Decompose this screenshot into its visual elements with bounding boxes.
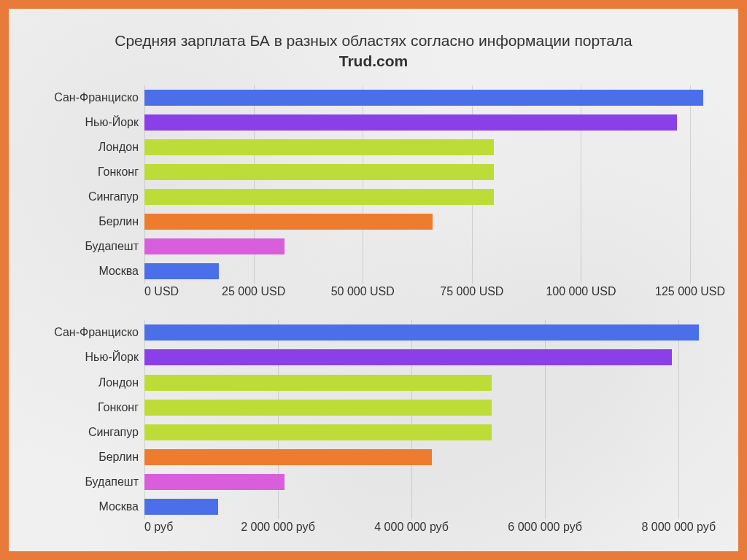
category-label: Лондон (35, 376, 144, 389)
bar (144, 214, 433, 230)
bar (144, 90, 703, 106)
bar (144, 164, 494, 180)
category-label: Гонконг (35, 166, 144, 179)
bar (144, 114, 677, 131)
bar-row: Лондон (144, 139, 712, 155)
bar (144, 449, 432, 465)
bar-chart-usd: Сан-ФранцискоНью-ЙоркЛондонГонконгСингап… (35, 85, 712, 302)
bar-row: Сан-Франциско (144, 324, 712, 341)
x-axis: 0 руб2 000 000 руб4 000 000 руб6 000 000… (144, 519, 712, 537)
category-label: Нью-Йорк (35, 116, 144, 129)
bar-row: Москва (144, 263, 712, 279)
x-axis: 0 USD25 000 USD50 000 USD75 000 USD100 0… (144, 284, 712, 301)
bar (144, 263, 219, 279)
bar-rows: Сан-ФранцискоНью-ЙоркЛондонГонконгСингап… (144, 320, 712, 519)
title-line-2: Trud.com (339, 52, 409, 69)
bar (144, 499, 218, 515)
bar-row: Нью-Йорк (144, 114, 712, 131)
category-label: Сан-Франциско (35, 91, 144, 104)
category-label: Москва (35, 265, 144, 278)
bar (144, 474, 285, 490)
title-line-1: Средняя зарплата БА в разных областях со… (115, 32, 632, 49)
bar-row: Сан-Франциско (144, 90, 712, 106)
bar-chart-руб: Сан-ФранцискоНью-ЙоркЛондонГонконгСингап… (35, 320, 712, 537)
axis-tick-label: 50 000 USD (331, 285, 395, 298)
bar-row: Москва (144, 499, 712, 515)
category-label: Сингапур (35, 190, 144, 203)
category-label: Сингапур (35, 426, 144, 439)
bar-row: Гонконг (144, 400, 712, 416)
plot-area: Сан-ФранцискоНью-ЙоркЛондонГонконгСингап… (144, 320, 712, 519)
bar (144, 139, 494, 155)
bar-rows: Сан-ФранцискоНью-ЙоркЛондонГонконгСингап… (144, 85, 712, 284)
bar (144, 189, 494, 205)
bar (144, 400, 492, 416)
axis-tick-label: 6 000 000 руб (508, 521, 582, 534)
bar-row: Будапешт (144, 238, 712, 254)
bar-row: Берлин (144, 449, 712, 465)
bar (144, 349, 672, 365)
category-label: Берлин (35, 451, 144, 464)
axis-tick-label: 25 000 USD (222, 285, 285, 298)
bar-row: Гонконг (144, 164, 712, 180)
axis-tick-label: 4 000 000 руб (374, 521, 449, 534)
bar-row: Сингапур (144, 189, 712, 205)
bar (144, 375, 492, 391)
category-label: Гонконг (35, 401, 144, 414)
category-label: Будапешт (35, 475, 144, 489)
axis-tick-label: 125 000 USD (655, 285, 725, 298)
bar (144, 238, 285, 254)
category-label: Нью-Йорк (35, 351, 144, 364)
plot-area: Сан-ФранцискоНью-ЙоркЛондонГонконгСингап… (144, 85, 712, 284)
bar-row: Лондон (144, 375, 712, 391)
category-label: Москва (35, 500, 144, 513)
charts-container: Сан-ФранцискоНью-ЙоркЛондонГонконгСингап… (35, 85, 712, 537)
chart-frame: Средняя зарплата БА в разных областях со… (9, 9, 738, 551)
bar-row: Будапешт (144, 474, 712, 490)
axis-tick-label: 100 000 USD (546, 285, 616, 298)
axis-tick-label: 0 руб (144, 521, 173, 534)
bar (144, 324, 699, 341)
chart-gap (35, 301, 712, 320)
chart-title: Средняя зарплата БА в разных областях со… (35, 31, 712, 72)
bar-row: Сингапур (144, 424, 712, 440)
category-label: Будапешт (35, 240, 144, 253)
axis-tick-label: 0 USD (144, 285, 179, 298)
category-label: Берлин (35, 215, 144, 228)
bar (144, 424, 492, 440)
category-label: Сан-Франциско (35, 326, 144, 339)
category-label: Лондон (35, 141, 144, 154)
bar-row: Нью-Йорк (144, 349, 712, 365)
bar-row: Берлин (144, 214, 712, 230)
axis-tick-label: 2 000 000 руб (241, 521, 315, 534)
axis-tick-label: 75 000 USD (440, 285, 503, 298)
axis-tick-label: 8 000 000 руб (641, 521, 716, 534)
